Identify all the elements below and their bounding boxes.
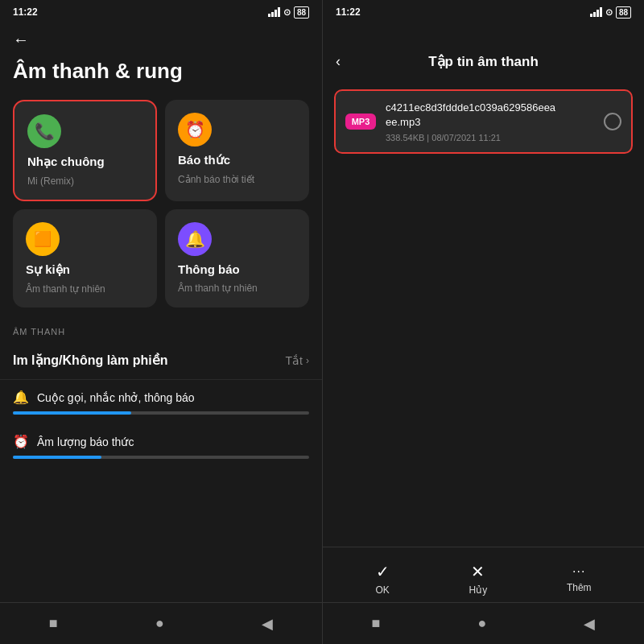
card-icon-bao-thuc: ⏰ <box>178 113 212 147</box>
card-su-kien[interactable]: 🟧 Sự kiện Âm thanh tự nhiên <box>13 209 157 308</box>
card-icon-nhac-chuong: 📞 <box>27 114 61 148</box>
card-nhac-chuong[interactable]: 📞 Nhạc chuông Mi (Remix) <box>13 100 157 201</box>
volume-track-alarm[interactable] <box>13 456 309 459</box>
nav-circle-right[interactable]: ● <box>477 615 486 632</box>
nav-square-left[interactable]: ■ <box>49 615 58 632</box>
card-thong-bao[interactable]: 🔔 Thông báo Âm thanh tự nhiên <box>165 209 309 308</box>
left-panel: 11:22 ⊙ 88 ← Âm thanh & rung 📞 Nhạc chuô… <box>0 0 322 644</box>
signal-icon-right <box>590 7 602 17</box>
signal-icon <box>268 7 280 17</box>
battery-icon: 88 <box>294 6 309 19</box>
card-label-su-kien: Sự kiện <box>26 262 144 277</box>
nav-back-left[interactable]: ◀ <box>262 615 273 633</box>
volume-fill-calls <box>13 411 131 415</box>
volume-track-calls[interactable] <box>13 411 309 415</box>
wifi-icon: ⊙ <box>283 7 291 18</box>
huy-button[interactable]: ✕ Hủy <box>469 562 487 596</box>
ok-button[interactable]: ✓ OK <box>375 562 389 596</box>
them-label: Thêm <box>567 582 592 593</box>
nav-circle-left[interactable]: ● <box>155 615 164 632</box>
battery-left: 88 <box>294 7 309 17</box>
right-panel: 11:22 ⊙ 88 ‹ Tập tin âm thanh MP3 c421 <box>322 0 644 644</box>
silent-value: Tắt › <box>286 354 309 367</box>
volume-clock-icon: ⏰ <box>13 434 29 449</box>
volume-bell-icon: 🔔 <box>13 390 29 405</box>
status-icons-right: ⊙ 88 <box>590 7 631 18</box>
grid-section: 📞 Nhạc chuông Mi (Remix) ⏰ Báo thức Cảnh… <box>0 100 322 316</box>
file-item[interactable]: MP3 c4211ec8d3fddde1c039a629586eeaee.mp3… <box>334 89 633 154</box>
time-right: 11:22 <box>336 6 361 18</box>
card-bao-thuc[interactable]: ⏰ Báo thức Cảnh báo thời tiết <box>165 100 309 201</box>
file-info: c4211ec8d3fddde1c039a629586eeaee.mp3 338… <box>386 101 594 142</box>
mp3-badge: MP3 <box>345 114 376 130</box>
ok-label: OK <box>375 584 389 596</box>
volume-row-alarm: ⏰ Âm lượng báo thức <box>0 424 322 469</box>
status-bar-right: 11:22 ⊙ 88 <box>323 0 644 21</box>
card-label-nhac-chuong: Nhạc chuông <box>27 155 142 169</box>
file-meta: 338.54KB | 08/07/2021 11:21 <box>386 133 594 142</box>
them-button[interactable]: ··· Thêm <box>567 564 592 593</box>
volume-label-calls: 🔔 Cuộc gọi, nhắc nhở, thông báo <box>13 390 309 405</box>
bottom-actions: ✓ OK ✕ Hủy ··· Thêm <box>323 547 644 602</box>
page-title-left: Âm thanh & rung <box>0 52 322 100</box>
status-icons-left: ⊙ 88 <box>268 7 309 18</box>
ok-icon: ✓ <box>376 562 390 581</box>
card-label-bao-thuc: Báo thức <box>178 153 296 167</box>
huy-icon: ✕ <box>471 562 485 581</box>
card-label-thong-bao: Thông báo <box>178 262 296 276</box>
nav-square-right[interactable]: ■ <box>372 615 381 632</box>
right-title: Tập tin âm thanh <box>428 53 539 70</box>
back-button-left[interactable]: ← <box>0 21 322 52</box>
silent-row[interactable]: Im lặng/Không làm phiền Tắt › <box>0 341 322 380</box>
section-header-am-thanh: ÂM THANH <box>0 316 322 341</box>
huy-label: Hủy <box>469 584 487 596</box>
bottom-nav-right: ■ ● ◀ <box>323 602 644 644</box>
bottom-nav-left: ■ ● ◀ <box>0 602 322 644</box>
battery-icon-right: 88 <box>616 6 631 19</box>
file-list: MP3 c4211ec8d3fddde1c039a629586eeaee.mp3… <box>323 81 644 547</box>
chevron-icon: › <box>306 355 309 366</box>
volume-row-calls: 🔔 Cuộc gọi, nhắc nhở, thông báo <box>0 380 322 424</box>
nav-back-right[interactable]: ◀ <box>584 615 595 633</box>
time-left: 11:22 <box>13 6 38 18</box>
back-button-right[interactable]: ‹ <box>336 53 341 70</box>
file-name: c4211ec8d3fddde1c039a629586eeaee.mp3 <box>386 101 594 130</box>
wifi-icon-right: ⊙ <box>605 7 613 18</box>
silent-label: Im lặng/Không làm phiền <box>13 353 167 368</box>
card-icon-thong-bao: 🔔 <box>178 222 212 256</box>
card-sublabel-su-kien: Âm thanh tự nhiên <box>26 283 144 295</box>
card-icon-su-kien: 🟧 <box>26 222 60 256</box>
card-sublabel-nhac-chuong: Mi (Remix) <box>27 175 142 187</box>
right-header: ‹ Tập tin âm thanh <box>323 21 644 81</box>
card-sublabel-thong-bao: Âm thanh tự nhiên <box>178 283 296 294</box>
battery-right: 88 <box>616 7 631 17</box>
volume-fill-alarm <box>13 456 101 459</box>
volume-label-alarm: ⏰ Âm lượng báo thức <box>13 434 309 449</box>
status-bar-left: 11:22 ⊙ 88 <box>0 0 322 21</box>
them-icon: ··· <box>572 564 585 579</box>
card-sublabel-bao-thuc: Cảnh báo thời tiết <box>178 174 296 185</box>
file-radio[interactable] <box>604 113 621 130</box>
